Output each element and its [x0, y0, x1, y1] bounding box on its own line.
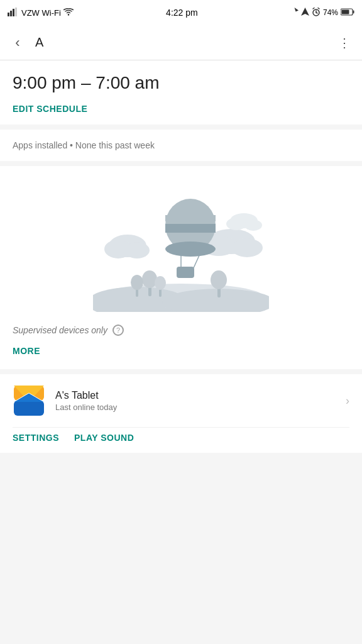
wifi-icon: [63, 8, 74, 18]
svg-point-24: [226, 218, 246, 230]
device-app-icon: [13, 384, 45, 417]
svg-point-41: [222, 290, 234, 299]
svg-rect-1: [10, 11, 12, 16]
svg-rect-2: [13, 9, 14, 16]
edit-schedule-button[interactable]: EDIT SCHEDULE: [13, 104, 87, 114]
signal-icon: [8, 8, 19, 18]
more-options-button[interactable]: ⋮: [332, 30, 357, 55]
page-title: A: [30, 35, 332, 50]
svg-rect-28: [165, 215, 216, 221]
status-right: 74%: [290, 8, 354, 18]
supervised-label: Supervised devices only: [13, 325, 107, 335]
app-bar: ‹ A ⋮: [0, 25, 362, 60]
apps-installed-card: Apps installed • None this past week: [0, 130, 362, 161]
schedule-time: 9:00 pm – 7:00 am: [13, 73, 349, 93]
svg-line-8: [316, 13, 317, 13]
svg-point-38: [131, 275, 143, 290]
svg-rect-27: [165, 224, 216, 233]
svg-line-10: [318, 8, 319, 9]
location-icon: [290, 8, 299, 18]
status-time: 4:22 pm: [166, 8, 198, 18]
more-icon: ⋮: [338, 35, 351, 50]
status-left: VZW Wi-Fi: [8, 8, 74, 18]
info-icon[interactable]: ?: [112, 325, 124, 336]
svg-point-22: [231, 238, 263, 257]
device-card: A's Tablet Last online today › SETTINGS …: [0, 374, 362, 453]
illustration-wrap: [13, 176, 349, 317]
device-name: A's Tablet: [55, 390, 336, 401]
alarm-icon: [312, 8, 321, 18]
svg-marker-5: [301, 8, 309, 16]
device-icon-wrap: [13, 384, 45, 417]
supervised-text-row: Supervised devices only ?: [13, 325, 349, 336]
svg-rect-0: [8, 13, 9, 16]
more-button[interactable]: MORE: [13, 346, 40, 356]
device-row: A's Tablet Last online today ›: [13, 384, 349, 417]
svg-point-19: [124, 242, 150, 258]
battery-percentage: 74%: [323, 8, 338, 17]
device-info: A's Tablet Last online today: [55, 390, 336, 412]
settings-button[interactable]: SETTINGS: [13, 433, 59, 443]
play-sound-button[interactable]: PLAY SOUND: [74, 433, 134, 443]
device-last-online: Last online today: [55, 402, 336, 412]
svg-rect-3: [15, 8, 17, 16]
battery-icon: [341, 8, 354, 18]
svg-point-34: [142, 270, 157, 288]
svg-point-29: [165, 242, 216, 257]
svg-point-4: [68, 14, 69, 15]
scene-illustration: [93, 186, 269, 312]
svg-line-9: [313, 8, 314, 9]
carrier-text: VZW Wi-Fi: [21, 8, 61, 18]
svg-point-25: [244, 219, 262, 231]
svg-rect-13: [342, 9, 349, 14]
svg-rect-32: [177, 267, 194, 278]
svg-point-36: [155, 276, 166, 290]
apps-installed-label: Apps installed • None this past week: [13, 140, 155, 150]
svg-rect-43: [14, 401, 44, 416]
main-content: 9:00 pm – 7:00 am EDIT SCHEDULE Apps ins…: [0, 60, 362, 453]
back-icon: ‹: [15, 35, 19, 51]
svg-rect-12: [353, 10, 354, 13]
back-button[interactable]: ‹: [5, 30, 30, 55]
navigation-icon: [301, 8, 309, 18]
device-chevron-icon[interactable]: ›: [346, 394, 349, 408]
illustration-card: Supervised devices only ? MORE: [0, 166, 362, 369]
status-bar: VZW Wi-Fi 4:22 pm: [0, 0, 362, 25]
schedule-card: 9:00 pm – 7:00 am EDIT SCHEDULE: [0, 60, 362, 125]
device-actions: SETTINGS PLAY SOUND: [13, 427, 349, 443]
svg-point-40: [211, 270, 227, 289]
